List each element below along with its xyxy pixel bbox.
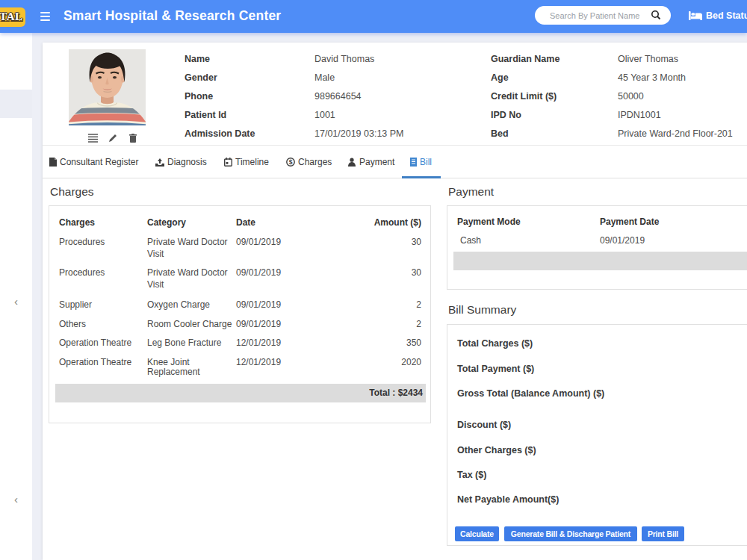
svg-text:$: $ xyxy=(289,158,293,166)
